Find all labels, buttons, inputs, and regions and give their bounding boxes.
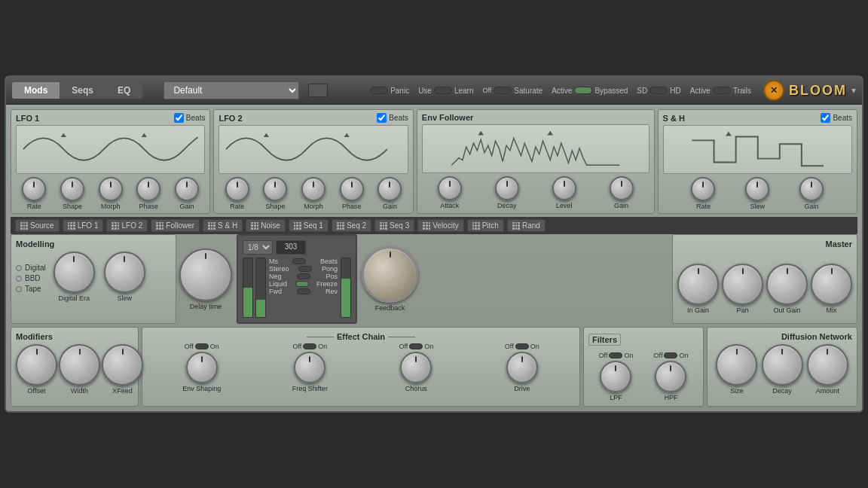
digital-option[interactable]: Digital [16,264,46,272]
xfeed-knob[interactable] [102,344,143,386]
amount-label: Amount [816,387,839,395]
bbd-option[interactable]: BBD [16,274,46,282]
source-follower-btn[interactable]: Follower [151,219,200,232]
delay-division-select[interactable]: 1/8 [243,240,273,255]
delay-slider-l [243,258,253,318]
delay-ms-toggle[interactable] [292,258,306,264]
env-attack-knob-item: Attack [438,176,462,209]
tab-mods[interactable]: Mods [12,82,60,99]
hpf-toggle[interactable] [664,352,677,358]
source-seq3-btn[interactable]: Seq 3 [374,219,414,232]
effect-chain-title-text: Effect Chain [337,332,385,341]
lfo1-phase-knob[interactable] [136,177,160,201]
sh-beats-check[interactable] [821,113,830,123]
logo-x: ✕ [770,85,778,96]
lfo2-beats-check[interactable] [377,113,387,123]
delay-liquid-toggle[interactable] [295,281,309,287]
env-decay-knob[interactable] [495,176,519,200]
lfo1-shape-knob[interactable] [60,177,84,201]
slew-knob[interactable] [104,252,145,293]
decay-knob[interactable] [762,344,803,386]
delay-stereo-toggle[interactable] [298,266,312,272]
source-source-btn[interactable]: Source [15,219,60,232]
lfo2-phase-knob[interactable] [340,177,364,201]
lfo2-shape-knob[interactable] [263,177,287,201]
freq-shifter-knob[interactable] [294,352,326,383]
lfo2-rate-knob[interactable] [225,177,249,201]
saturate-toggle[interactable] [494,87,512,94]
trails-toggle[interactable] [713,87,731,94]
delay-section: Delay time 1/8 303 [179,234,669,324]
env-gain-knob[interactable] [610,176,634,200]
delay-neg-toggle[interactable] [297,273,310,279]
tab-seqs[interactable]: Seqs [60,82,105,99]
env-attack-knob[interactable] [438,176,462,200]
use-toggle[interactable] [434,87,452,94]
lfo2-phase-knob-item: Phase [340,177,364,210]
tab-eq[interactable]: EQ [105,82,142,99]
delay-fwd-toggle[interactable] [297,288,310,294]
panic-toggle[interactable] [370,87,388,94]
sh-gain-knob[interactable] [799,177,824,201]
out-gain-knob[interactable] [766,264,808,305]
chorus-toggle[interactable] [409,343,423,349]
drive-toggle[interactable] [515,343,529,349]
trails-control: Active Trails [690,87,751,95]
in-gain-knob[interactable] [677,264,719,305]
digital-era-knob[interactable] [53,252,95,293]
tape-option[interactable]: Tape [16,285,46,293]
env-shaping-knob[interactable] [186,352,218,383]
chorus-knob[interactable] [400,352,432,383]
source-lfo2-btn[interactable]: LFO 2 [106,219,148,232]
freq-shifter-toggle[interactable] [303,343,316,349]
lfo1-beats-check[interactable] [174,113,184,123]
preset-prev-button[interactable] [308,84,328,97]
source-pitch-btn[interactable]: Pitch [467,219,504,232]
lfo2-beats-checkbox[interactable]: Beats [377,113,408,123]
lfo2-morph-knob[interactable] [301,177,326,201]
delay-time-knob[interactable] [179,249,232,301]
feedback-knob[interactable] [362,246,418,303]
lfo1-gain-knob[interactable] [175,177,199,201]
lfo2-rate-knob-item: Rate [225,177,249,210]
lfo1-morph-knob[interactable] [99,177,123,201]
drive-knob[interactable] [506,352,538,383]
tape-radio[interactable] [16,286,22,292]
active-toggle[interactable] [574,87,592,94]
delay-slider-track-r[interactable] [255,258,266,318]
logo-dropdown-arrow[interactable]: ▾ [851,85,856,96]
amount-knob[interactable] [807,344,848,386]
lpf-toggle[interactable] [609,352,622,358]
env-shaping-toggle[interactable] [195,343,209,349]
source-seq1-btn[interactable]: Seq 1 [289,219,329,232]
bbd-radio[interactable] [16,276,22,282]
size-knob[interactable] [716,344,757,386]
hpf-knob[interactable] [655,361,686,392]
source-noise-btn[interactable]: Noise [246,219,286,232]
width-knob[interactable] [59,344,100,386]
delay-slider-track-l[interactable] [243,258,253,318]
offset-knob[interactable] [16,344,57,386]
pan-knob[interactable] [722,264,763,305]
mix-knob[interactable] [811,264,852,305]
sh-beats-checkbox[interactable]: Beats [821,113,852,123]
lfo1-rate-knob[interactable] [22,177,46,201]
slew-label: Slew [118,294,133,302]
delay-ms-value: 303 [276,240,306,255]
lfo1-beats-checkbox[interactable]: Beats [174,113,206,123]
lfo2-morph-label: Morph [304,203,323,210]
sd-hd-toggle[interactable] [649,87,668,94]
preset-dropdown[interactable]: Default [164,81,299,99]
source-sh-btn[interactable]: S & H [203,219,243,232]
sh-slew-knob[interactable] [745,177,769,201]
lpf-knob[interactable] [600,361,631,392]
source-velocity-btn[interactable]: Velocity [417,219,463,232]
sh-rate-knob[interactable] [691,177,715,201]
source-seq2-btn[interactable]: Seq 2 [332,219,371,232]
digital-radio[interactable] [16,265,22,271]
source-rand-btn[interactable]: Rand [507,219,546,232]
source-lfo1-btn[interactable]: LFO 1 [63,219,104,232]
delay-slider-track-r2[interactable] [341,258,351,318]
env-level-knob[interactable] [552,176,576,200]
lfo2-gain-knob[interactable] [377,177,402,201]
